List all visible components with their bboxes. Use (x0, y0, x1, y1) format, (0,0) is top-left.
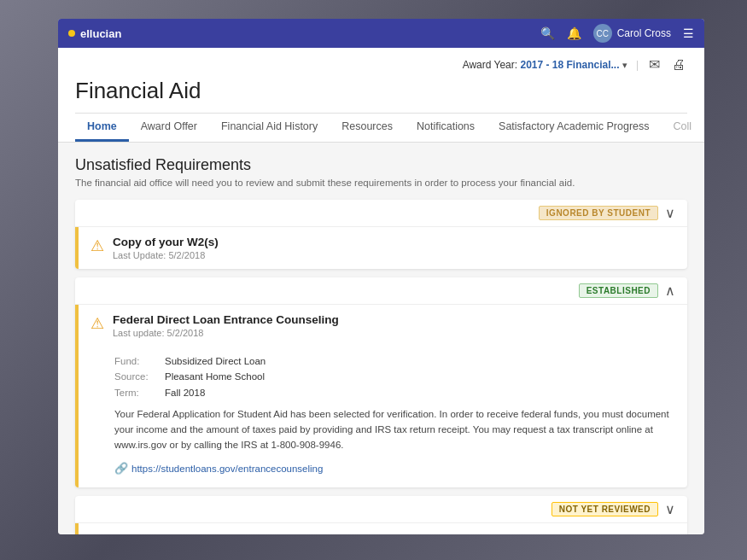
req-item-loan: ⚠ Federal Direct Loan Entrance Counselin… (75, 305, 687, 347)
collapse-loan-button[interactable]: ∧ (665, 283, 675, 299)
fund-value: Subsidized Direct Loan (165, 353, 266, 369)
top-navigation-bar: ellucian 🔍 🔔 CC Carol Cross ☰ (58, 19, 704, 48)
req-item-content-w2: Copy of your W2(s) Last Update: 5/2/2018 (113, 236, 675, 260)
top-bar-actions: 🔍 🔔 CC Carol Cross ☰ (540, 24, 694, 43)
page-header: Award Year: 2017 - 18 Financial... ▾ | ✉… (58, 48, 704, 143)
source-value: Pleasant Home School (165, 369, 265, 384)
tab-home[interactable]: Home (75, 114, 129, 142)
req-card-header-tax: NOT YET REVIEWED ∨ (75, 496, 687, 523)
header-icons: ✉ 🖨 (647, 55, 687, 74)
req-date-loan: Last update: 5/2/2018 (113, 328, 675, 338)
term-value: Fall 2018 (165, 385, 205, 400)
req-title-w2: Copy of your W2(s) (113, 236, 675, 248)
term-label: Term: (114, 385, 161, 400)
search-icon[interactable]: 🔍 (540, 26, 555, 40)
nav-more-button[interactable]: › (703, 115, 704, 141)
header-top-row: Award Year: 2017 - 18 Financial... ▾ | ✉… (75, 55, 687, 74)
tab-notifications[interactable]: Notifications (405, 114, 487, 142)
status-badge-tax: NOT YET REVIEWED (551, 502, 658, 516)
requirement-card-tax: NOT YET REVIEWED ∨ ⚠ Parent Tax Return D… (75, 496, 687, 534)
expand-tax-button[interactable]: ∨ (665, 501, 675, 517)
tab-satisfactory-academic-progress[interactable]: Satisfactory Academic Progress (487, 114, 661, 142)
user-info: CC Carol Cross (593, 24, 671, 43)
notifications-icon[interactable]: 🔔 (567, 26, 581, 40)
status-badge-w2: IGNORED BY STUDENT (539, 206, 658, 220)
warning-icon-tax: ⚠ (90, 533, 104, 534)
req-link-loan[interactable]: 🔗 https://studentloans.gov/entrancecouns… (114, 460, 675, 478)
req-item-content-tax: Parent Tax Return Data from IRS Last upd… (113, 532, 675, 534)
requirement-card-w2: IGNORED BY STUDENT ∨ ⚠ Copy of your W2(s… (75, 200, 687, 269)
req-title-loan: Federal Direct Loan Entrance Counseling (113, 313, 675, 326)
vertical-divider: | (636, 59, 639, 71)
user-avatar: CC (593, 24, 612, 43)
screen-area: ellucian 🔍 🔔 CC Carol Cross ☰ Award Year… (58, 19, 704, 534)
section-subtitle: The financial aid office will need you t… (75, 178, 687, 188)
link-icon: 🔗 (114, 460, 128, 478)
requirement-card-loan: ESTABLISHED ∧ ⚠ Federal Direct Loan Entr… (75, 277, 687, 487)
brand-name: ellucian (80, 27, 121, 40)
req-details-table: Fund: Subsidized Direct Loan Source: Ple… (114, 353, 675, 400)
source-label: Source: (114, 369, 161, 384)
ellucian-logo-dot (68, 30, 75, 37)
menu-icon[interactable]: ☰ (683, 26, 694, 40)
page-title: Financial Aid (75, 78, 201, 111)
status-badge-loan: ESTABLISHED (579, 283, 658, 298)
req-card-header-w2: IGNORED BY STUDENT ∨ (75, 200, 687, 227)
page-title-row: Financial Aid (75, 78, 687, 111)
logo-area: ellucian (68, 27, 121, 40)
req-title-tax: Parent Tax Return Data from IRS (113, 532, 675, 534)
req-card-header-loan: ESTABLISHED ∧ (75, 277, 687, 305)
award-year: Award Year: 2017 - 18 Financial... ▾ (463, 59, 627, 71)
detail-row-fund: Fund: Subsidized Direct Loan (114, 353, 675, 369)
fund-label: Fund: (114, 353, 161, 369)
nav-tabs: Home Award Offer Financial Aid History R… (75, 113, 687, 142)
detail-row-term: Term: Fall 2018 (114, 385, 675, 400)
detail-row-source: Source: Pleasant Home School (114, 369, 675, 384)
print-button[interactable]: 🖨 (670, 55, 687, 74)
award-year-label: Award Year: (463, 59, 518, 71)
user-name[interactable]: Carol Cross (617, 27, 671, 39)
tab-coll[interactable]: Coll (662, 114, 704, 142)
tab-award-offer[interactable]: Award Offer (129, 114, 209, 142)
award-year-link[interactable]: 2017 - 18 Financial... (520, 59, 619, 71)
tab-financial-aid-history[interactable]: Financial Aid History (209, 114, 330, 142)
req-item-tax: ⚠ Parent Tax Return Data from IRS Last u… (75, 523, 687, 534)
req-description-loan: Your Federal Application for Student Aid… (114, 407, 675, 452)
warning-icon-w2: ⚠ (90, 236, 104, 255)
tab-resources[interactable]: Resources (330, 114, 405, 142)
req-details-loan: Fund: Subsidized Direct Loan Source: Ple… (75, 347, 687, 487)
main-content: Unsatisfied Requirements The financial a… (58, 143, 704, 534)
req-link-text: https://studentloans.gov/entrancecounsel… (131, 461, 323, 476)
req-item-w2: ⚠ Copy of your W2(s) Last Update: 5/2/20… (75, 227, 687, 269)
req-item-content-loan: Federal Direct Loan Entrance Counseling … (113, 313, 675, 338)
award-year-chevron[interactable]: ▾ (622, 60, 627, 70)
warning-icon-loan: ⚠ (90, 314, 104, 333)
section-title: Unsatisfied Requirements (75, 156, 687, 174)
email-button[interactable]: ✉ (647, 55, 662, 74)
req-date-w2: Last Update: 5/2/2018 (113, 250, 675, 260)
laptop-wrapper: ellucian 🔍 🔔 CC Carol Cross ☰ Award Year… (0, 0, 747, 560)
expand-w2-button[interactable]: ∨ (665, 205, 675, 221)
